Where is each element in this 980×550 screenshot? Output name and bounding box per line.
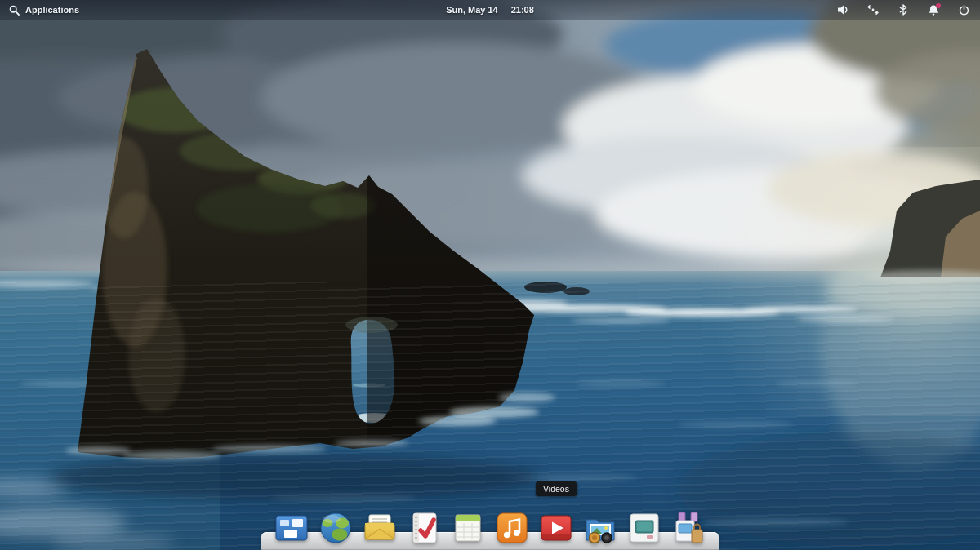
wallpaper-image [0,0,980,550]
bluetooth-icon[interactable] [897,3,910,16]
desktop: Applications Sun, May 14 21:08 [0,0,980,550]
indicator-area [836,3,980,16]
notification-badge [936,3,941,8]
music-icon[interactable] [494,510,530,546]
session-icon[interactable] [957,3,970,16]
videos-icon[interactable] [538,510,574,546]
multitasking-view-icon[interactable] [274,510,310,546]
clock[interactable]: Sun, May 14 21:08 [446,5,534,15]
photos-icon[interactable] [582,510,618,546]
dock-tooltip: Videos [536,481,577,496]
panel-date: Sun, May 14 [446,5,498,15]
screenshot-icon[interactable] [626,510,662,546]
notifications-icon[interactable] [927,3,940,16]
search-icon [7,3,20,16]
tasks-icon[interactable] [406,510,442,546]
panel-time: 21:08 [511,5,534,15]
dock-icons [274,510,706,546]
network-icon[interactable] [866,3,880,16]
top-panel: Applications Sun, May 14 21:08 [0,0,980,20]
web-browser-icon[interactable] [318,510,354,546]
appcenter-icon[interactable] [670,510,706,546]
applications-menu-button[interactable]: Applications [0,3,79,16]
calendar-icon[interactable] [450,510,486,546]
mail-icon[interactable] [362,510,398,546]
volume-icon[interactable] [836,3,849,16]
applications-label: Applications [25,5,79,15]
